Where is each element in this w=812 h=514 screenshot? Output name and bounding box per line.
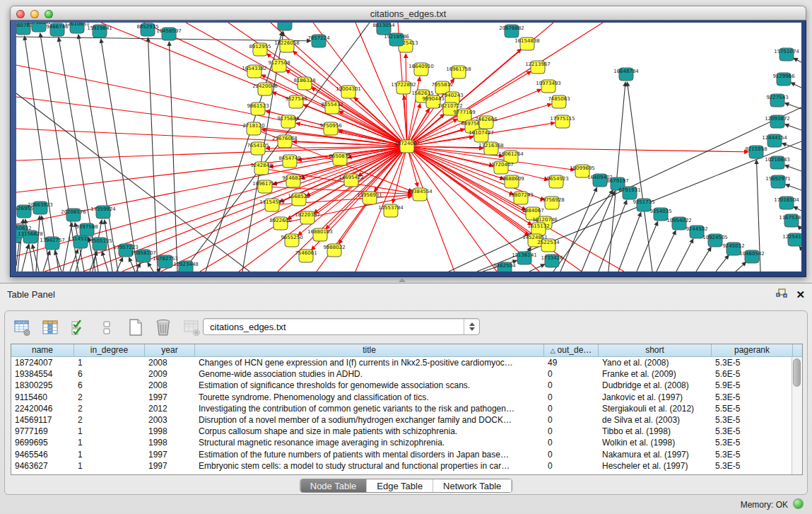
tab-edge-table[interactable]: Edge Table [367, 479, 433, 492]
network-edge[interactable] [676, 242, 692, 271]
table-row[interactable]: 1456911722003Disruption of a novel membe… [11, 414, 802, 426]
network-edge[interactable] [22, 248, 28, 271]
network-node[interactable]: 7485063 [548, 95, 570, 108]
show-columns-icon[interactable] [40, 317, 60, 337]
table-row[interactable]: 1938455462009Genome-wide association stu… [11, 368, 802, 380]
close-panel-icon[interactable]: ✕ [796, 289, 805, 300]
tab-network-table[interactable]: Network Table [433, 479, 512, 492]
table-row[interactable]: 911546021997Tourette syndrome. Phenomeno… [11, 392, 802, 403]
network-node[interactable]: 15720407 [488, 161, 514, 174]
network-node[interactable]: 9327548 [285, 95, 307, 108]
network-node[interactable]: 10460542 [739, 250, 765, 263]
column-header-out_de[interactable]: △out_de… [544, 344, 599, 356]
table-row[interactable]: 977716911998Corpus callosum shape and si… [11, 426, 802, 437]
network-node[interactable]: 16648784 [613, 68, 639, 81]
network-node[interactable]: 10553784 [378, 204, 404, 217]
column-header-short[interactable]: short [599, 344, 712, 356]
network-node[interactable]: 10210643 [765, 156, 790, 169]
network-node[interactable]: 9462504 [493, 262, 516, 271]
network-edge[interactable] [696, 250, 710, 271]
table-row[interactable]: 1872400712008Changes of HCN gene express… [11, 357, 802, 368]
network-edge[interactable] [150, 265, 153, 271]
network-canvas[interactable]: 1872400789129551822605891275081654338222… [16, 23, 801, 271]
float-panel-icon[interactable] [776, 288, 787, 301]
new-table-icon[interactable] [125, 317, 145, 337]
network-edge[interactable] [63, 226, 71, 271]
network-edge[interactable] [407, 146, 497, 271]
delete-table-icon[interactable] [153, 317, 173, 337]
network-edge[interactable] [736, 264, 743, 271]
scrollbar-thumb[interactable] [793, 358, 801, 387]
network-edge[interactable] [16, 97, 407, 146]
network-node[interactable]: 7546061 [295, 250, 317, 262]
table-row[interactable]: 946362711997Embryonic stem cells: a mode… [11, 460, 802, 472]
network-edge[interactable] [716, 258, 726, 271]
network-edge[interactable] [788, 125, 801, 130]
combo-stepper-icon[interactable] [464, 319, 479, 334]
column-header-in_degree[interactable]: in_degree [74, 344, 145, 356]
network-edge[interactable] [103, 255, 108, 271]
network-node[interactable]: 16033809 [272, 23, 298, 30]
table-row[interactable]: 1830029562008Estimation of significance … [11, 380, 802, 391]
network-edge[interactable] [582, 194, 613, 271]
column-header-pagerank[interactable]: pagerank [712, 344, 793, 356]
network-node[interactable]: 20206576 [61, 209, 86, 221]
network-node[interactable]: 16640910 [408, 63, 434, 76]
cell-name: 9777169 [11, 426, 74, 437]
table-selector-dropdown[interactable]: citations_edges.txt [203, 318, 480, 335]
network-node[interactable]: 9988022 [323, 244, 345, 257]
node-label: 16061264 [498, 151, 524, 157]
memory-indicator-icon[interactable] [793, 498, 804, 509]
network-edge[interactable] [407, 146, 745, 152]
network-node[interactable]: 19004301 [336, 86, 361, 98]
cell-pagerank: 5.3E-5 [712, 437, 793, 448]
vertical-scrollbar[interactable] [792, 357, 802, 474]
network-node[interactable]: 9227543 [766, 94, 788, 107]
network-edge[interactable] [36, 219, 40, 271]
network-node[interactable]: 10688609 [499, 175, 524, 188]
selection-mode-icon[interactable] [69, 317, 88, 337]
network-edge[interactable] [796, 208, 801, 211]
network-edge[interactable] [618, 216, 640, 271]
column-header-year[interactable]: year [145, 344, 195, 356]
network-node[interactable]: 17359924 [90, 206, 116, 218]
network-node[interactable]: 12093872 [765, 115, 790, 128]
network-node[interactable]: 16154838 [514, 37, 540, 50]
window-titlebar[interactable]: citations_edges.txt [10, 6, 806, 21]
network-node[interactable]: 9175685 [277, 115, 299, 128]
network-node[interactable]: 6791931 [618, 187, 640, 199]
network-node[interactable]: 2718120 [242, 122, 264, 135]
network-edge[interactable] [314, 89, 407, 146]
network-edge[interactable] [796, 59, 801, 62]
network-node[interactable]: 8852935 [136, 23, 158, 36]
network-edge[interactable] [788, 166, 801, 171]
splitter-handle[interactable] [396, 278, 408, 283]
network-edge[interactable] [407, 146, 454, 271]
tab-node-table[interactable]: Node Table [300, 479, 367, 492]
network-edge[interactable] [637, 225, 657, 271]
column-header-title[interactable]: title [195, 344, 544, 356]
network-node[interactable]: 16961758 [446, 66, 471, 78]
network-node[interactable]: 9655250 [281, 234, 302, 247]
network-node[interactable]: 11675345 [779, 214, 801, 227]
table-row[interactable]: 969969511998Structural magnetic resonanc… [11, 437, 802, 448]
network-edge[interactable] [789, 185, 801, 190]
network-node[interactable]: 12254104 [782, 233, 801, 246]
column-header-name[interactable]: name [11, 344, 74, 356]
network-node[interactable]: 9242848 [250, 162, 272, 175]
network-node[interactable]: 20876882 [499, 25, 524, 37]
table-row[interactable]: 946554611997Estimation of the future num… [11, 449, 802, 460]
network-node[interactable]: 15956931 [357, 192, 382, 204]
network-node[interactable]: 18220357 [295, 211, 320, 224]
network-node[interactable]: 19654923 [543, 175, 569, 188]
network-node[interactable]: 15929841 [87, 25, 112, 37]
network-edge[interactable] [148, 41, 158, 271]
rows-icon[interactable] [97, 317, 117, 337]
network-node[interactable]: 8813054 [372, 23, 395, 35]
table-mode-icon[interactable] [12, 317, 32, 337]
network-edge[interactable] [529, 266, 542, 271]
table-row[interactable]: 2242004622012Investigating the contribut… [11, 403, 802, 414]
network-edge[interactable] [794, 84, 801, 88]
network-edge[interactable] [657, 233, 674, 271]
network-node[interactable]: 17975115 [550, 115, 575, 128]
